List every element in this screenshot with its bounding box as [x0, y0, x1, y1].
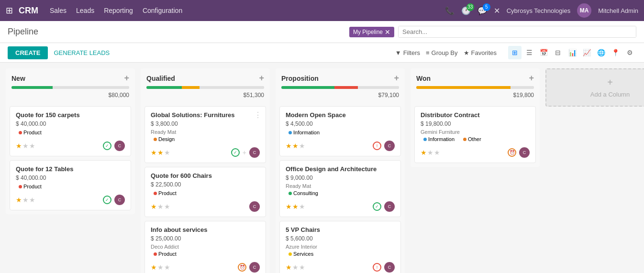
pipeline-card[interactable]: Info about services $ 25,000.00 Deco Add… — [144, 221, 266, 273]
avatar[interactable]: MA — [577, 3, 591, 18]
activity-icon[interactable]: ✓ — [103, 196, 111, 204]
star-3[interactable]: ★ — [29, 196, 35, 204]
star-1[interactable]: ★ — [151, 149, 157, 156]
groupby-button[interactable]: ≡ Group By — [426, 49, 458, 56]
pipeline-card[interactable]: Quote for 600 Chairs $ 22,500.00 Product… — [144, 167, 266, 217]
search-input[interactable] — [399, 26, 636, 37]
kanban-view-icon[interactable]: ⊞ — [508, 46, 522, 59]
pipeline-card[interactable]: Quote for 150 carpets $ 40,000.00 Produc… — [10, 106, 131, 156]
activity-icon[interactable]: ✓ — [103, 142, 111, 150]
tag-label: Services — [293, 251, 313, 257]
star-2[interactable]: ★ — [427, 149, 433, 156]
secondary-nav: Pipeline My Pipeline ✕ — [0, 21, 644, 43]
clock-icon[interactable]: 🕐 33 — [461, 6, 471, 15]
star-3[interactable]: ★ — [299, 203, 305, 210]
kebab-menu[interactable]: ⋮ — [254, 110, 262, 120]
activity-icon[interactable]: ! — [373, 142, 381, 150]
star-3[interactable]: ★ — [299, 142, 305, 150]
card-avatar[interactable]: C — [114, 195, 125, 205]
star-3[interactable]: ★ — [434, 149, 440, 156]
progress-segment — [11, 86, 53, 89]
grid-view-icon[interactable]: ⊟ — [551, 46, 565, 59]
menu-reporting[interactable]: Reporting — [104, 7, 133, 14]
apps-icon[interactable]: ⊞ — [6, 5, 13, 16]
card-avatar[interactable]: C — [249, 201, 260, 212]
create-button[interactable]: CREATE — [8, 46, 48, 59]
card-footer: ★★★ ⏰ C — [421, 147, 530, 158]
star-2[interactable]: ★ — [292, 203, 299, 210]
column-add-button[interactable]: + — [394, 73, 399, 83]
pipeline-card[interactable]: Office Design and Architecture $ 9,000.0… — [279, 160, 401, 217]
column-add-button[interactable]: + — [529, 73, 534, 83]
filters-button[interactable]: ▼ Filters — [395, 49, 420, 56]
star-1[interactable]: ★ — [16, 142, 22, 150]
star-3[interactable]: ★ — [164, 203, 170, 210]
card-avatar[interactable]: C — [519, 147, 530, 158]
card-avatar[interactable]: C — [384, 141, 395, 151]
card-title: Modern Open Space — [286, 111, 395, 119]
calendar-view-icon[interactable]: 📅 — [537, 46, 550, 59]
my-pipeline-filter-tag[interactable]: My Pipeline ✕ — [349, 27, 394, 37]
card-tag: Design — [151, 136, 178, 142]
card-footer: ★★★ ✓ C — [16, 141, 125, 151]
app-logo[interactable]: CRM — [19, 6, 38, 16]
generate-leads-button[interactable]: GENERATE LEADS — [54, 49, 110, 56]
globe-icon[interactable]: 🌐 — [594, 46, 608, 59]
card-avatar[interactable]: C — [249, 147, 260, 158]
star-3[interactable]: ★ — [299, 263, 305, 271]
star-1[interactable]: ★ — [286, 142, 292, 150]
menu-sales[interactable]: Sales — [50, 7, 67, 14]
search-input-wrap — [398, 26, 636, 38]
star-3[interactable]: ★ — [164, 149, 170, 156]
menu-configuration[interactable]: Configuration — [143, 7, 182, 14]
card-avatar[interactable]: C — [384, 201, 395, 212]
column-add-button[interactable]: + — [259, 73, 264, 83]
card-avatar[interactable]: C — [384, 262, 395, 273]
star-2[interactable]: ★ — [157, 203, 164, 210]
activity-icon[interactable]: ⏰ — [238, 263, 246, 272]
menu-leads[interactable]: Leads — [76, 7, 94, 14]
pipeline-card[interactable]: 5 VP Chairs $ 5,600.00 Azure Interior Se… — [279, 221, 401, 273]
card-avatar[interactable]: C — [114, 141, 125, 151]
line-chart-icon[interactable]: 📈 — [580, 46, 593, 59]
star-3[interactable]: ★ — [29, 142, 35, 150]
star-2[interactable]: ★ — [22, 142, 29, 150]
star-1[interactable]: ★ — [16, 196, 22, 204]
star-1[interactable]: ★ — [286, 203, 292, 210]
add-column-button[interactable]: + Add a Column — [545, 68, 644, 107]
star-2[interactable]: ★ — [157, 149, 164, 156]
close-icon[interactable]: ✕ — [494, 6, 500, 15]
pipeline-card[interactable]: ⋮ Global Solutions: Furnitures $ 3,800.0… — [144, 106, 266, 163]
activity-icon[interactable]: ! — [373, 263, 381, 272]
column-amount: $19,800 — [411, 92, 540, 102]
bar-chart-icon[interactable]: 📊 — [566, 46, 579, 59]
star-1[interactable]: ★ — [151, 263, 157, 271]
phone-icon[interactable]: 📞 — [445, 6, 455, 15]
star-2[interactable]: ★ — [22, 196, 29, 204]
chat-icon[interactable]: 💬 5 — [477, 6, 487, 15]
star-1[interactable]: ★ — [151, 203, 157, 210]
star-1[interactable]: ★ — [421, 149, 427, 156]
card-avatar[interactable]: C — [249, 262, 260, 273]
pipeline-card[interactable]: Quote for 12 Tables $ 40,000.00 Product … — [10, 160, 131, 210]
progress-bar — [416, 86, 534, 89]
list-view-icon[interactable]: ☰ — [522, 46, 536, 59]
pipeline-card[interactable]: Modern Open Space $ 4,500.00 Information… — [279, 106, 401, 156]
column-add-button[interactable]: + — [124, 73, 129, 83]
tag-dot — [154, 138, 157, 141]
star-3[interactable]: ★ — [164, 263, 170, 271]
settings-icon[interactable]: ⚙ — [623, 46, 636, 59]
activity-icon[interactable]: ✓ — [373, 202, 381, 211]
favorites-button[interactable]: ★ Favorites — [464, 49, 497, 56]
activity-icon[interactable]: ✓ — [231, 148, 240, 157]
filter-tag-close[interactable]: ✕ — [385, 28, 390, 36]
star-2[interactable]: ★ — [292, 263, 299, 271]
card-stars: ★★★ — [286, 142, 305, 150]
pipeline-card[interactable]: Distributor Contract $ 19,800.00 Gemini … — [414, 106, 536, 163]
star-2[interactable]: ★ — [292, 142, 299, 150]
star-1[interactable]: ★ — [286, 263, 292, 271]
activity-icon[interactable]: ⏰ — [508, 148, 516, 157]
star-2[interactable]: ★ — [157, 263, 164, 271]
add-person-button[interactable]: + — [243, 149, 246, 156]
map-icon[interactable]: 📍 — [609, 46, 622, 59]
